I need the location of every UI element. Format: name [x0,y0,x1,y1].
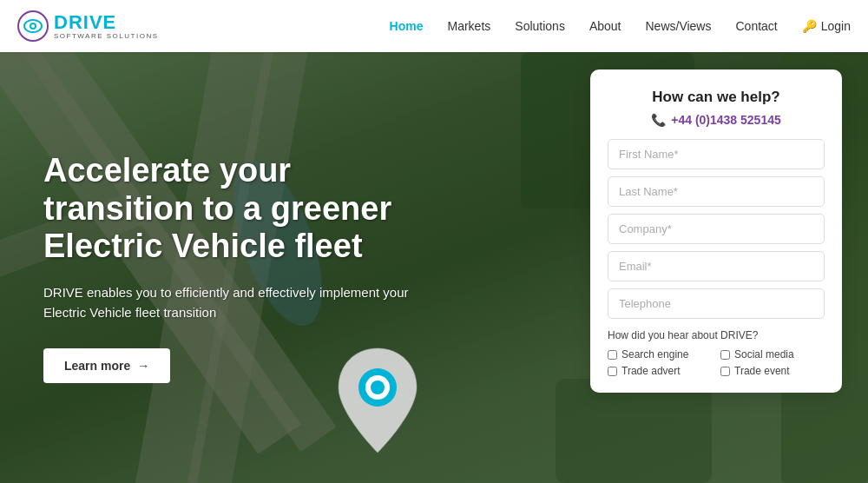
hero-subtitle: DRIVE enables you to efficiently and eff… [43,283,425,322]
company-input[interactable] [608,214,825,244]
logo[interactable]: DRIVE SOFTWARE SOLUTIONS [17,10,159,42]
form-phone[interactable]: 📞 +44 (0)1438 525145 [608,113,825,127]
checkbox-trade-event[interactable]: Trade event [720,365,825,377]
nav-news[interactable]: News/Views [645,19,711,33]
checkbox-search[interactable]: Search engine [608,348,712,361]
nav-home[interactable]: Home [390,19,424,33]
email-input[interactable] [608,251,825,281]
checkbox-trade-advert-input[interactable] [608,367,617,376]
hear-about-checkboxes: Search engine Social media Trade advert … [608,348,825,377]
nav-login[interactable]: 🔑 Login [802,19,851,33]
login-icon: 🔑 [802,19,817,33]
header: DRIVE SOFTWARE SOLUTIONS Home Markets So… [0,0,868,52]
hero-section: Accelerate your transition to a greener … [0,52,868,483]
svg-point-3 [31,24,35,28]
hear-about-label: How did you hear about DRIVE? [608,329,825,341]
logo-text: DRIVE SOFTWARE SOLUTIONS [54,13,159,40]
telephone-input[interactable] [608,288,825,319]
form-title: How can we help? [608,89,825,106]
main-nav: Home Markets Solutions About News/Views … [390,19,851,33]
phone-icon: 📞 [651,113,666,127]
checkbox-social-input[interactable] [720,350,730,360]
last-name-input[interactable] [608,176,825,207]
learn-more-button[interactable]: Learn more → [43,348,170,383]
nav-about[interactable]: About [589,19,621,33]
nav-contact[interactable]: Contact [735,19,777,33]
svg-point-6 [371,380,385,394]
contact-form-card: How can we help? 📞 +44 (0)1438 525145 Ho… [590,69,842,393]
checkbox-trade-event-input[interactable] [720,367,730,376]
hero-title: Accelerate your transition to a greener … [43,152,443,266]
first-name-input[interactable] [608,139,825,169]
checkbox-trade-advert[interactable]: Trade advert [608,365,712,377]
checkbox-social[interactable]: Social media [720,348,825,361]
map-pin-decoration [330,344,425,457]
logo-brand: DRIVE [54,13,159,32]
nav-markets[interactable]: Markets [448,19,491,33]
checkbox-search-input[interactable] [608,350,617,360]
logo-icon [17,10,49,42]
nav-solutions[interactable]: Solutions [515,19,565,33]
logo-subtitle: SOFTWARE SOLUTIONS [54,32,159,40]
